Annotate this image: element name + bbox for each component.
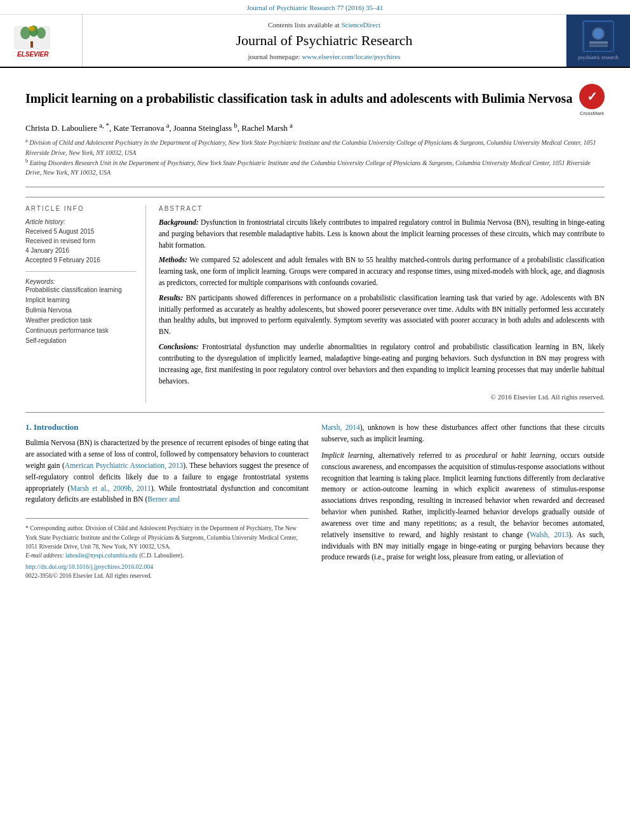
author-3: Joanna Steinglass b <box>173 123 238 133</box>
journal-icon <box>582 20 614 52</box>
article-info-column: Article Info Article history: Received 5… <box>25 205 146 403</box>
abstract-background: Background: Dysfunction in frontostriata… <box>159 217 605 251</box>
keyword-1: Probabilistic classification learning <box>25 285 136 295</box>
ref-apa-2013[interactable]: American Psychiatric Association, 2013 <box>65 462 183 469</box>
journal-citation: Journal of Psychiatric Research 77 (2016… <box>246 4 383 11</box>
section-divider <box>25 187 605 187</box>
methods-label: Methods: <box>159 256 187 263</box>
doi-link[interactable]: http://dx.doi.org/10.1016/j.jpsychires.2… <box>25 563 309 570</box>
affiliation-b: b Eating Disorders Research Unit in the … <box>25 157 605 177</box>
ref-berner[interactable]: Berner and <box>147 495 180 503</box>
revised-date: 4 January 2016 <box>25 246 136 255</box>
intro-para-right-2: Implicit learning, alternatively referre… <box>321 450 605 563</box>
elsevier-logo-section: ELSEVIER <box>0 15 83 67</box>
article-info-abstract: Article Info Article history: Received 5… <box>25 197 605 403</box>
article-info-heading: Article Info <box>25 205 136 212</box>
crossmark-badge: ✓ CrossMark <box>579 84 605 116</box>
svg-rect-11 <box>589 44 608 47</box>
section-name: Introduction <box>34 422 79 432</box>
section-number: 1. <box>25 422 34 432</box>
abstract-heading: Abstract <box>159 205 605 212</box>
intro-body-left: Bulimia Nervosa (BN) is characterized by… <box>25 437 309 505</box>
contents-available: Contents lists available at ScienceDirec… <box>95 21 553 29</box>
abstract-results: Results: BN participants showed differen… <box>159 293 605 338</box>
background-label: Background: <box>159 218 199 226</box>
keywords-section: Keywords: Probabilistic classification l… <box>25 278 136 346</box>
authors-line: Christa D. Labouliere a, *, Kate Terrano… <box>25 121 605 133</box>
keyword-2: Implicit learning <box>25 295 136 305</box>
journal-badge: psychiatric research <box>566 15 630 67</box>
ref-walsh-2013[interactable]: Walsh, 2013 <box>530 531 568 538</box>
journal-title: Journal of Psychiatric Research <box>95 32 553 49</box>
elsevier-logo-svg: ELSEVIER <box>10 23 73 58</box>
intro-para-right-1: Marsh, 2014), unknown is how these distu… <box>321 422 605 445</box>
introduction-section: 1. Introduction Bulimia Nervosa (BN) is … <box>25 422 605 579</box>
footnote-corr-author: * Corresponding author. Division of Chil… <box>25 524 309 551</box>
affiliation-a: a Division of Child and Adolescent Psych… <box>25 137 605 157</box>
abstract-text: Background: Dysfunction in frontostriata… <box>159 217 605 403</box>
issn-line: 0022-3956/© 2016 Elsevier Ltd. All right… <box>25 573 309 579</box>
conclusions-label: Conclusions: <box>159 343 199 350</box>
content-divider <box>25 412 605 413</box>
received-revised-label: Received in revised form <box>25 236 136 246</box>
abstract-methods: Methods: We compared 52 adolescent and a… <box>159 255 605 288</box>
badge-label: psychiatric research <box>578 55 619 61</box>
info-divider <box>25 271 136 272</box>
received-date: Received 5 August 2015 <box>25 227 136 236</box>
author-2: Kate Terranova a <box>113 123 169 133</box>
crossmark-icon: ✓ <box>579 84 605 109</box>
footnote-section: * Corresponding author. Division of Chil… <box>25 518 309 579</box>
author-4: Rachel Marsh a <box>241 123 293 133</box>
sciencedirect-link[interactable]: ScienceDirect <box>341 21 380 29</box>
intro-title: 1. Introduction <box>25 422 309 432</box>
intro-right: Marsh, 2014), unknown is how these distu… <box>321 422 605 579</box>
ref-marsh-2014[interactable]: Marsh, 2014 <box>321 423 360 431</box>
intro-para-1: Bulimia Nervosa (BN) is characterized by… <box>25 437 309 505</box>
article-title: Implicit learning on a probabilistic cla… <box>25 90 573 107</box>
main-content: Implicit learning on a probabilistic cla… <box>0 68 630 592</box>
keyword-6: Self-regulation <box>25 336 136 346</box>
author-1: Christa D. Labouliere a, * <box>25 123 109 133</box>
history-label: Article history: <box>25 217 136 227</box>
journal-info-bar: Journal of Psychiatric Research 77 (2016… <box>0 0 630 15</box>
footnote-email: E-mail address: laboulie@nyspi.columbia.… <box>25 551 309 560</box>
keyword-5: Continuous performance task <box>25 326 136 336</box>
svg-rect-4 <box>30 41 33 48</box>
abstract-section: Abstract Background: Dysfunction in fron… <box>159 205 605 403</box>
svg-rect-10 <box>589 41 608 44</box>
abstract-conclusions: Conclusions: Frontostriatal dysfunction … <box>159 342 605 387</box>
journal-title-section: Contents lists available at ScienceDirec… <box>83 15 566 67</box>
keyword-4: Weather prediction task <box>25 316 136 326</box>
svg-text:ELSEVIER: ELSEVIER <box>17 51 49 58</box>
email-link[interactable]: laboulie@nyspi.columbia.edu <box>65 552 138 559</box>
svg-point-3 <box>37 27 46 39</box>
keywords-label: Keywords: <box>25 278 136 285</box>
ref-marsh-2009[interactable]: Marsh et al., 2009b, 2011 <box>70 484 151 492</box>
homepage-line: journal homepage: www.elsevier.com/locat… <box>95 53 553 60</box>
copyright-line: © 2016 Elsevier Ltd. All rights reserved… <box>159 392 605 403</box>
svg-point-9 <box>593 29 603 39</box>
accepted-date: Accepted 9 February 2016 <box>25 255 136 265</box>
intro-left: 1. Introduction Bulimia Nervosa (BN) is … <box>25 422 309 579</box>
results-label: Results: <box>159 294 183 302</box>
affiliations: a Division of Child and Adolescent Psych… <box>25 137 605 177</box>
intro-body-right: Marsh, 2014), unknown is how these distu… <box>321 422 605 563</box>
svg-point-5 <box>29 26 35 31</box>
keyword-3: Bulimia Nervosa <box>25 305 136 316</box>
journal-header: ELSEVIER Contents lists available at Sci… <box>0 15 630 68</box>
article-history: Article history: Received 5 August 2015 … <box>25 217 136 265</box>
homepage-url[interactable]: www.elsevier.com/locate/psychires <box>302 53 400 60</box>
